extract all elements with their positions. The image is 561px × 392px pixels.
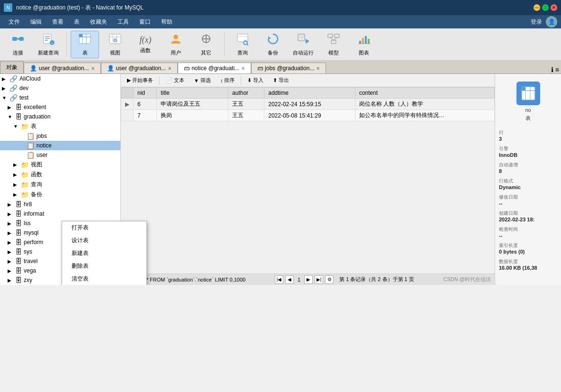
view-button[interactable]: 视图 — [101, 31, 129, 58]
next-page-button[interactable]: ▶ — [304, 275, 313, 284]
connect-button[interactable]: 连接 — [4, 31, 32, 58]
tab-list-button[interactable]: ≡ — [555, 66, 559, 73]
menu-file[interactable]: 文件 — [4, 16, 25, 28]
info-row-engine: 引擎 InnoDB — [499, 146, 557, 158]
sidebar-item-hr8[interactable]: ▶ 🗄 hr8 — [0, 200, 120, 209]
maximize-button[interactable]: □ — [542, 4, 549, 11]
notice-tab[interactable]: 🗃 notice @graduati... ✕ — [178, 63, 251, 73]
charts-icon — [357, 32, 371, 47]
sidebar-item-graduation[interactable]: ▼ 🗄 graduation — [0, 112, 120, 121]
sidebar-item-test[interactable]: ▼ 🔗 test — [0, 93, 120, 102]
ctx-open-table[interactable]: 打开表 — [62, 221, 146, 234]
svg-rect-34 — [328, 34, 333, 37]
ctx-clear-table[interactable]: 清空表 — [62, 273, 146, 285]
col-author[interactable]: author — [228, 88, 264, 99]
sidebar-item-tables[interactable]: ▼ 📁 表 — [0, 121, 120, 131]
notice-tab-label: notice @graduati... — [191, 65, 239, 72]
minimize-button[interactable]: — — [534, 4, 540, 11]
sidebar-item-informat[interactable]: ▶ 🗄 informat — [0, 209, 120, 219]
menu-tools[interactable]: 工具 — [113, 16, 134, 28]
menu-edit[interactable]: 编辑 — [26, 16, 46, 28]
start-transaction-button[interactable]: ▶ 开始事务 — [123, 75, 157, 85]
sidebar-item-user[interactable]: ▶ 📋 user — [0, 150, 120, 160]
ctx-new-table[interactable]: 新建表 — [62, 247, 146, 260]
jobs-label: jobs — [36, 133, 47, 139]
svg-marker-33 — [306, 39, 309, 44]
export-button[interactable]: ⬆ 导出 — [269, 75, 293, 85]
login-label[interactable]: 登录 — [531, 18, 542, 26]
filter-label: 筛选 — [200, 77, 211, 84]
text-button[interactable]: 📄 文本 — [162, 75, 189, 85]
ctx-design-table[interactable]: 设计表 — [62, 234, 146, 247]
export-icon: ⬆ — [273, 77, 277, 83]
other-button[interactable]: 其它 — [192, 31, 220, 58]
user-tab-1-close[interactable]: ✕ — [91, 66, 95, 71]
auto-incr-key: 自动递增 — [499, 162, 557, 168]
cell-addtime: 2022-05-08 15:41:29 — [264, 110, 355, 121]
charts-button[interactable]: 图表 — [350, 31, 378, 58]
expand-icon: ▼ — [2, 95, 8, 100]
user-avatar[interactable]: 👤 — [546, 16, 557, 27]
col-content[interactable]: content — [355, 88, 494, 99]
first-page-button[interactable]: |◀ — [275, 275, 283, 284]
close-button[interactable]: ✕ — [551, 4, 557, 11]
function-button[interactable]: f(x) 函数 — [131, 31, 160, 58]
import-button[interactable]: ⬇ 导入 — [243, 75, 268, 85]
backup-label: 备份 — [268, 49, 278, 56]
sidebar-item-notice[interactable]: ▶ 📋 notice — [0, 141, 120, 150]
group-icon: 📁 — [21, 123, 29, 130]
db-icon: 🗄 — [15, 276, 22, 284]
jobs-tab[interactable]: 🗃 jobs @graduation... ✕ — [251, 63, 326, 73]
col-title[interactable]: title — [157, 88, 228, 99]
jobs-tab-label: jobs @graduation... — [265, 65, 314, 72]
user-tab-2-close[interactable]: ✕ — [168, 66, 172, 71]
new-query-button[interactable]: + 新建查询 — [34, 31, 63, 58]
db-icon: 🗄 — [15, 229, 22, 237]
menu-window[interactable]: 窗口 — [135, 16, 155, 28]
table-row[interactable]: ▶ 6 申请岗位及王五 王五 2022-02-24 15:59:15 岗位名称 … — [121, 99, 495, 110]
user-tab-1[interactable]: 👤 user @graduation... ✕ — [24, 63, 101, 73]
sidebar-item-dev[interactable]: ▶ 🔗 dev — [0, 83, 120, 93]
query-icon — [236, 32, 249, 47]
menu-table[interactable]: 表 — [69, 16, 84, 28]
user-tab-1-icon: 👤 — [30, 65, 37, 72]
col-addtime[interactable]: addtime — [264, 88, 355, 99]
query-button[interactable]: 查询 — [228, 31, 257, 58]
user-tab-2[interactable]: 👤 user @graduation... ✕ — [101, 63, 178, 73]
svg-rect-1 — [19, 37, 24, 41]
backup-button[interactable]: 备份 — [259, 31, 287, 58]
auto-run-button[interactable]: 自动运行 — [289, 31, 317, 58]
model-label: 模型 — [328, 49, 339, 56]
svg-rect-36 — [331, 40, 336, 44]
sidebar-item-jobs[interactable]: ▶ 📋 jobs — [0, 131, 120, 141]
sort-button[interactable]: ↕ 排序 — [216, 75, 239, 85]
sidebar-item-functions[interactable]: ▶ 📁 函数 — [0, 170, 120, 180]
db-icon: 🗄 — [15, 219, 22, 227]
filter-button[interactable]: ▼ 筛选 — [190, 75, 215, 85]
notice-tab-close[interactable]: ✕ — [241, 66, 245, 71]
tab-info-button[interactable]: ℹ — [551, 66, 553, 73]
table-row[interactable]: 7 换岗 王五 2022-05-08 15:41:29 如公布名单中的同学有特殊… — [121, 110, 495, 121]
menu-view[interactable]: 查看 — [47, 16, 68, 28]
server-icon: 🔗 — [9, 84, 18, 92]
travel-label: travel — [24, 258, 37, 264]
menu-favorites[interactable]: 收藏夹 — [85, 16, 112, 28]
objects-tab[interactable]: 对象 — [0, 61, 24, 73]
expand-icon: ▶ — [13, 192, 19, 197]
prev-page-button[interactable]: ◀ — [285, 275, 294, 284]
transaction-icon: ▶ — [127, 77, 131, 83]
table-button[interactable]: 表 — [71, 31, 99, 58]
last-page-button[interactable]: ▶| — [315, 275, 323, 284]
col-nid[interactable]: nid — [134, 88, 157, 99]
model-button[interactable]: 模型 — [319, 31, 348, 58]
sidebar-item-excellent[interactable]: ▶ 🗄 excellent — [0, 102, 120, 112]
ctx-delete-table[interactable]: 删除表 — [62, 260, 146, 273]
jobs-tab-close[interactable]: ✕ — [316, 66, 320, 71]
settings-button[interactable]: ⚙ — [325, 275, 334, 284]
menu-help[interactable]: 帮助 — [156, 16, 177, 28]
sidebar-item-views[interactable]: ▶ 📁 视图 — [0, 160, 120, 170]
sidebar-item-backup[interactable]: ▶ 📁 备份 — [0, 190, 120, 200]
user-button[interactable]: 用户 — [162, 31, 190, 58]
sidebar-item-queries[interactable]: ▶ 📁 查询 — [0, 180, 120, 190]
sidebar-item-alicloud[interactable]: ▶ 🔗 AliCloud — [0, 74, 120, 83]
